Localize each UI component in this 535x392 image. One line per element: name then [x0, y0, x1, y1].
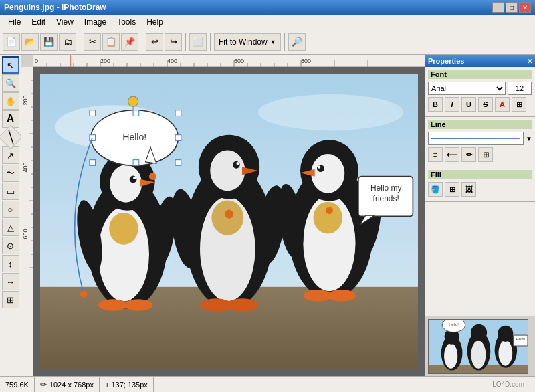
line-edit-button[interactable]: ✏	[461, 147, 476, 162]
svg-point-83	[311, 154, 344, 193]
svg-rect-30	[21, 67, 33, 376]
watermark-section: LO4D.com	[487, 377, 530, 392]
toolbar-separator-3	[185, 33, 186, 51]
line-section: Line ▼ ≡ ⟵ ✏ ⊞	[425, 117, 535, 167]
thumbnail-image: Hello! Hello!	[428, 319, 528, 374]
stamp-tool[interactable]: ⊞	[2, 291, 19, 308]
undo-button[interactable]: ↩	[146, 33, 163, 51]
line-arrow-button[interactable]: ⟵	[445, 147, 459, 162]
paste-button[interactable]: 📌	[121, 33, 138, 51]
pan-tool[interactable]: ✋	[2, 92, 19, 110]
menu-edit[interactable]: Edit	[26, 16, 51, 28]
svg-text:200: 200	[100, 58, 110, 64]
lasso-tool[interactable]: ⊙	[2, 237, 19, 254]
bold-button[interactable]: B	[428, 97, 443, 112]
svg-point-85	[317, 165, 324, 172]
svg-point-87	[326, 207, 333, 214]
svg-rect-96	[133, 110, 139, 116]
svg-text:400: 400	[167, 58, 177, 64]
minimize-button[interactable]: _	[492, 2, 504, 13]
svg-rect-97	[175, 110, 181, 116]
toolbar-separator-4	[210, 33, 211, 51]
toolbar-separator-2	[142, 33, 142, 51]
underline-button[interactable]: U	[461, 97, 476, 112]
ellipse-tool[interactable]: ○	[2, 201, 19, 218]
svg-point-81	[314, 202, 342, 234]
line-tool[interactable]: ╱	[0, 125, 21, 150]
search-button[interactable]: 🔎	[288, 33, 306, 51]
strikethrough-button[interactable]: S	[478, 97, 493, 112]
menu-view[interactable]: View	[51, 16, 79, 28]
svg-rect-98	[90, 135, 96, 141]
svg-point-86	[318, 165, 320, 168]
window-title: Penguins.jpg - iPhotoDraw	[4, 3, 106, 12]
line-btn-row: ≡ ⟵ ✏ ⊞	[428, 147, 532, 162]
select-all-button[interactable]: ⬜	[189, 33, 207, 51]
svg-rect-102	[175, 160, 181, 166]
menu-bar: File Edit View Image Tools Help	[0, 15, 535, 29]
line-dropdown-icon: ▼	[526, 135, 532, 142]
thumbnail-panel: Hello! Hello!	[425, 316, 535, 376]
coordinates-section: + 137; 135px	[100, 377, 154, 392]
svg-point-120	[498, 340, 512, 366]
copy-button[interactable]: 📋	[102, 33, 120, 51]
font-grid-button[interactable]: ⊞	[512, 97, 526, 112]
new-button[interactable]: 📄	[3, 33, 20, 51]
cut-button[interactable]: ✂	[84, 33, 101, 51]
redo-button[interactable]: ↪	[165, 33, 182, 51]
svg-text:600: 600	[234, 58, 244, 64]
italic-button[interactable]: I	[445, 97, 459, 112]
rectangle-tool[interactable]: ▭	[2, 183, 19, 200]
fill-bucket-button[interactable]: 🪣	[428, 182, 443, 197]
close-button[interactable]: ✕	[519, 2, 531, 13]
font-name-select[interactable]: Arial Times New Roman Verdana	[428, 82, 506, 95]
title-bar: Penguins.jpg - iPhotoDraw _ □ ✕	[0, 0, 535, 15]
svg-rect-101	[133, 160, 139, 166]
save-button[interactable]: 💾	[40, 33, 58, 51]
font-style-row: B I U S A ⊞	[428, 97, 532, 112]
toolbar-separator-5	[284, 33, 285, 51]
panel-close-button[interactable]: ✕	[527, 58, 532, 65]
menu-help[interactable]: Help	[141, 16, 169, 28]
canvas-row: 200 400 600	[21, 67, 425, 376]
curve-tool[interactable]: 〜	[2, 165, 19, 182]
svg-point-103	[128, 96, 138, 106]
line-grid-button[interactable]: ⊞	[478, 147, 493, 162]
menu-file[interactable]: File	[3, 16, 26, 28]
panel-title-bar: Properties ✕	[425, 55, 535, 67]
fill-image-button[interactable]: 🖼	[461, 182, 476, 197]
select-tool[interactable]: ↖	[2, 56, 19, 74]
toolbar: 📄 📂 💾 🗂 ✂ 📋 📌 ↩ ↪ ⬜ Fit to Window ▼ 🔎	[0, 29, 535, 55]
svg-point-52	[258, 94, 403, 130]
fit-window-label: Fit to Window	[219, 37, 268, 47]
svg-rect-100	[90, 160, 96, 166]
zoom-tool[interactable]: 🔍	[2, 74, 19, 92]
move-tool[interactable]: ↔	[2, 273, 19, 290]
menu-tools[interactable]: Tools	[112, 16, 141, 28]
svg-point-78	[226, 298, 258, 312]
line-section-title: Line	[428, 120, 532, 129]
font-row: Arial Times New Roman Verdana ▼	[428, 82, 532, 95]
line-align-button[interactable]: ≡	[428, 147, 443, 162]
panel-spacer	[425, 202, 535, 316]
save-all-button[interactable]: 🗂	[59, 33, 76, 51]
font-size-input[interactable]	[508, 82, 532, 95]
svg-point-121	[498, 326, 513, 342]
fill-grid-button[interactable]: ⊞	[445, 182, 459, 197]
open-button[interactable]: 📂	[21, 33, 39, 51]
maximize-button[interactable]: □	[506, 2, 518, 13]
font-color-button[interactable]: A	[495, 97, 510, 112]
line-style-row: ▼	[428, 132, 532, 145]
svg-text:600: 600	[22, 229, 29, 239]
svg-point-64	[98, 299, 127, 310]
fit-window-dropdown-icon: ▼	[270, 39, 276, 45]
triangle-tool[interactable]: △	[2, 219, 19, 236]
measure-tool[interactable]: ↕	[2, 255, 19, 272]
menu-image[interactable]: Image	[79, 16, 112, 28]
svg-point-105	[149, 173, 156, 180]
svg-point-114	[444, 343, 457, 369]
font-section: Font Arial Times New Roman Verdana ▼ B I…	[425, 67, 535, 117]
fit-window-button[interactable]: Fit to Window ▼	[214, 33, 281, 51]
svg-rect-99	[175, 135, 181, 141]
vertical-ruler: 200 400 600	[21, 67, 33, 376]
